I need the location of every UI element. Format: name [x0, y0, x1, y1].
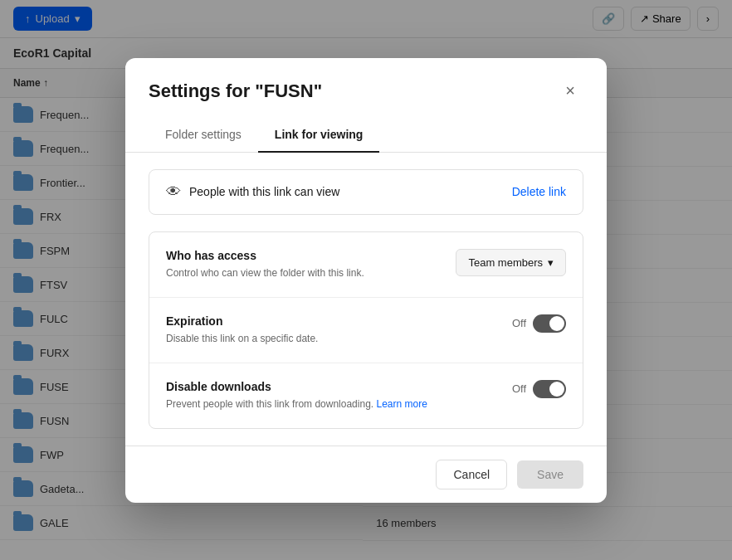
cancel-button[interactable]: Cancel: [436, 460, 507, 489]
team-members-dropdown[interactable]: Team members ▾: [456, 249, 566, 276]
disable-downloads-toggle[interactable]: [533, 380, 566, 398]
expiration-control: Off: [512, 314, 566, 333]
expiration-row: Expiration Disable this link on a specif…: [149, 298, 583, 363]
link-info-left: 👁 People with this link can view: [166, 183, 339, 201]
learn-more-link[interactable]: Learn more: [376, 398, 427, 410]
disable-downloads-label: Disable downloads: [166, 380, 495, 393]
close-icon: ×: [565, 81, 575, 100]
save-button[interactable]: Save: [517, 460, 583, 489]
dropdown-chevron-icon: ▾: [548, 256, 554, 269]
expiration-info: Expiration Disable this link on a specif…: [166, 314, 495, 346]
modal-header: Settings for "FUSN" ×: [125, 58, 607, 105]
who-has-access-info: Who has access Control who can view the …: [166, 249, 439, 280]
modal-body: 👁 People with this link can view Delete …: [125, 153, 607, 446]
expiration-label: Expiration: [166, 314, 495, 328]
settings-section: Who has access Control who can view the …: [149, 231, 583, 429]
expiration-desc: Disable this link on a specific date.: [166, 331, 495, 346]
who-has-access-row: Who has access Control who can view the …: [149, 232, 583, 298]
modal-footer: Cancel Save: [125, 446, 607, 503]
modal-tabs: Folder settings Link for viewing: [125, 118, 607, 153]
disable-downloads-toggle-label: Off: [512, 382, 526, 395]
settings-modal: Settings for "FUSN" × Folder settings Li…: [125, 58, 607, 503]
disable-downloads-info: Disable downloads Prevent people with th…: [166, 380, 495, 411]
modal-overlay: Settings for "FUSN" × Folder settings Li…: [0, 0, 732, 560]
disable-downloads-desc: Prevent people with this link from downl…: [166, 397, 495, 411]
who-has-access-label: Who has access: [166, 249, 439, 262]
tab-link-for-viewing[interactable]: Link for viewing: [258, 118, 380, 153]
team-members-value: Team members: [468, 256, 543, 269]
who-has-access-desc: Control who can view the folder with thi…: [166, 265, 439, 280]
link-info-text: People with this link can view: [189, 185, 339, 198]
disable-downloads-control: Off: [512, 380, 566, 398]
modal-title: Settings for "FUSN": [149, 80, 322, 102]
eye-icon: 👁: [166, 183, 181, 201]
who-has-access-control: Team members ▾: [456, 249, 566, 276]
expiration-toggle-label: Off: [512, 317, 526, 329]
expiration-toggle[interactable]: [533, 314, 566, 333]
disable-downloads-row: Disable downloads Prevent people with th…: [149, 363, 583, 428]
delete-link-button[interactable]: Delete link: [512, 185, 566, 198]
disable-downloads-toggle-wrapper: Off: [512, 380, 566, 398]
close-button[interactable]: ×: [557, 78, 583, 105]
expiration-toggle-wrapper: Off: [512, 314, 566, 333]
link-info-box: 👁 People with this link can view Delete …: [149, 169, 583, 215]
tab-folder-settings[interactable]: Folder settings: [149, 118, 258, 153]
